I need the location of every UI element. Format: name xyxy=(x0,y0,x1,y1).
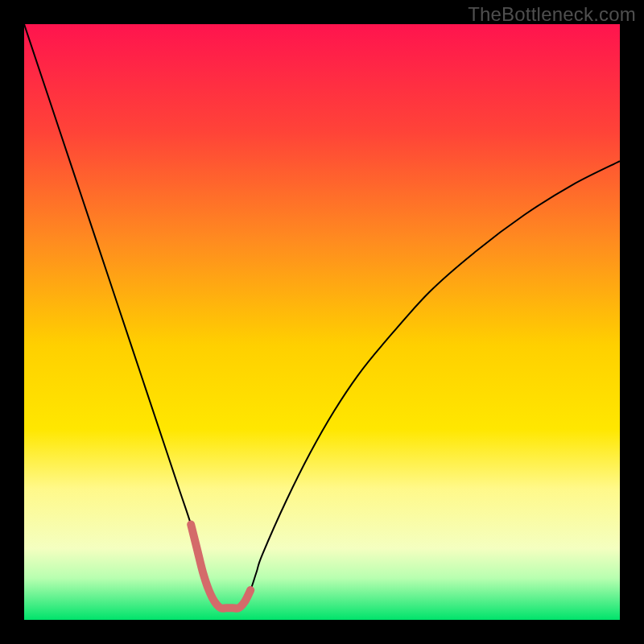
chart-frame: TheBottleneck.com xyxy=(0,0,644,644)
bottleneck-chart xyxy=(24,24,620,620)
watermark-text: TheBottleneck.com xyxy=(468,3,636,26)
chart-background xyxy=(24,24,620,620)
